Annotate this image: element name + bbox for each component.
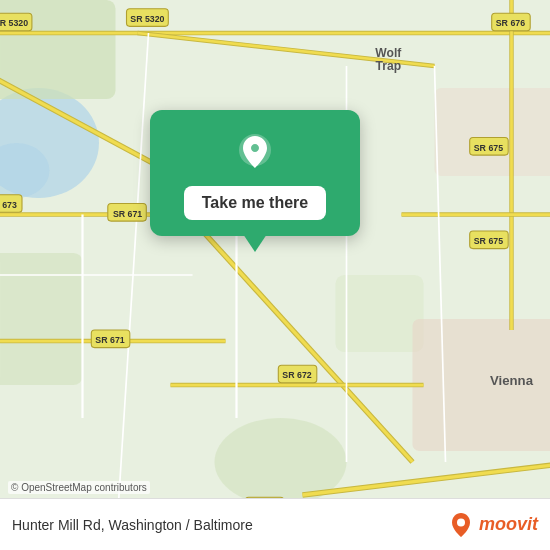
moovit-icon [447, 511, 475, 539]
svg-rect-6 [336, 275, 424, 352]
location-label: Hunter Mill Rd, Washington / Baltimore [12, 517, 253, 533]
osm-attribution: © OpenStreetMap contributors [8, 481, 150, 494]
svg-text:SR 671: SR 671 [95, 335, 124, 345]
popup-card[interactable]: Take me there [150, 110, 360, 236]
svg-text:SR 673: SR 673 [0, 200, 17, 210]
svg-text:SR 5320: SR 5320 [0, 18, 28, 28]
take-me-there-button[interactable]: Take me there [184, 186, 326, 220]
moovit-brand-text: moovit [479, 514, 538, 535]
svg-rect-4 [0, 253, 83, 385]
svg-text:Trap: Trap [376, 59, 402, 73]
svg-text:Vienna: Vienna [490, 373, 534, 388]
svg-text:SR 675: SR 675 [474, 236, 503, 246]
bottom-bar: Hunter Mill Rd, Washington / Baltimore m… [0, 498, 550, 550]
location-pin-icon [231, 128, 279, 176]
svg-point-65 [457, 518, 465, 526]
svg-text:Wolf: Wolf [375, 46, 402, 60]
svg-text:SR 675: SR 675 [474, 143, 503, 153]
svg-text:SR 671: SR 671 [113, 209, 142, 219]
svg-text:SR 672: SR 672 [282, 370, 311, 380]
moovit-logo: moovit [447, 511, 538, 539]
svg-text:SR 676: SR 676 [496, 18, 525, 28]
map-container: SR 5320 SR 5320 SR 676 SR 675 SR 675 SR … [0, 0, 550, 550]
svg-rect-8 [435, 88, 551, 176]
map-background: SR 5320 SR 5320 SR 676 SR 675 SR 675 SR … [0, 0, 550, 550]
svg-text:SR 5320: SR 5320 [130, 14, 164, 24]
